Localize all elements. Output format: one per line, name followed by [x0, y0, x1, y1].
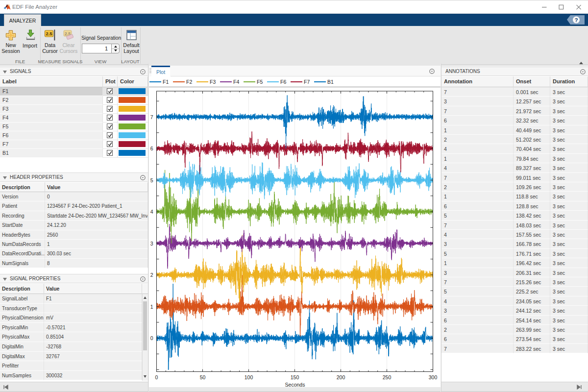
svg-text:1: 1 — [150, 304, 153, 310]
svg-text:?: ? — [575, 17, 578, 23]
svg-text:50: 50 — [200, 374, 206, 380]
svg-text:6: 6 — [150, 146, 153, 151]
svg-text:100: 100 — [245, 374, 253, 380]
svg-text:150: 150 — [291, 374, 299, 380]
svg-text:5: 5 — [150, 177, 153, 183]
svg-text:4: 4 — [150, 209, 153, 215]
svg-text:3: 3 — [150, 241, 153, 246]
svg-text:300: 300 — [429, 374, 438, 380]
svg-text:0: 0 — [150, 335, 153, 341]
svg-text:200: 200 — [337, 374, 345, 380]
svg-text:7: 7 — [150, 114, 153, 120]
svg-text:250: 250 — [383, 374, 392, 380]
svg-text:Seconds: Seconds — [285, 382, 305, 388]
svg-text:2: 2 — [150, 272, 153, 278]
svg-text:2.5: 2.5 — [46, 31, 52, 36]
svg-text:0: 0 — [155, 374, 158, 380]
